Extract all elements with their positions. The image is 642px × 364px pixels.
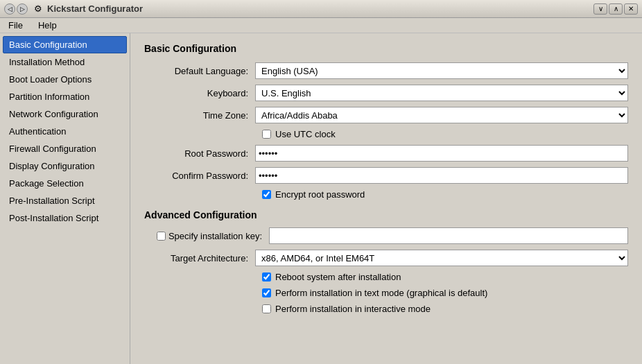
basic-config-title: Basic Configuration bbox=[144, 43, 628, 54]
sidebar-item-basic-configuration[interactable]: Basic Configuration bbox=[3, 36, 127, 53]
specify-key-row: Specify installation key: bbox=[144, 227, 628, 244]
sidebar-item-installation-method[interactable]: Installation Method bbox=[3, 53, 127, 71]
keyboard-control[interactable]: U.S. English French German Spanish bbox=[255, 85, 628, 101]
target-architecture-control[interactable]: x86, AMD64, or Intel EM64T x86 AMD64 IA-… bbox=[255, 250, 628, 266]
menubar: File Help bbox=[0, 18, 642, 33]
sidebar-item-post-installation-script[interactable]: Post-Installation Script bbox=[3, 209, 127, 227]
window-controls[interactable]: ∨ ∧ ✕ bbox=[593, 3, 638, 15]
perform-text-mode-label: Perform installation in text mode (graph… bbox=[275, 288, 487, 298]
default-language-select[interactable]: English (USA) French German Spanish Japa… bbox=[255, 62, 628, 79]
reboot-system-checkbox[interactable] bbox=[262, 272, 271, 281]
sidebar: Basic Configuration Installation Method … bbox=[0, 33, 130, 364]
keyboard-select[interactable]: U.S. English French German Spanish bbox=[255, 85, 628, 101]
perform-text-mode-row: Perform installation in text mode (graph… bbox=[144, 288, 628, 298]
nav-forward-button[interactable]: ▷ bbox=[17, 3, 28, 15]
perform-interactive-label: Perform installation in interactive mode bbox=[275, 304, 431, 314]
main-layout: Basic Configuration Installation Method … bbox=[0, 33, 642, 364]
sidebar-item-network-configuration[interactable]: Network Configuration bbox=[3, 105, 127, 123]
reboot-system-label: Reboot system after installation bbox=[275, 272, 401, 282]
advanced-config-title: Advanced Configuration bbox=[144, 209, 628, 220]
root-password-control[interactable] bbox=[255, 145, 628, 162]
default-language-row: Default Language: English (USA) French G… bbox=[144, 62, 628, 79]
app-icon: ⚙ bbox=[32, 3, 44, 15]
confirm-password-label: Confirm Password: bbox=[144, 171, 255, 181]
sidebar-item-boot-loader-options[interactable]: Boot Loader Options bbox=[3, 71, 127, 88]
window-title: Kickstart Configurator bbox=[47, 3, 593, 14]
sidebar-item-pre-installation-script[interactable]: Pre-Installation Script bbox=[3, 192, 127, 209]
specify-installation-key-label: Specify installation key: bbox=[168, 231, 262, 241]
specify-installation-key-checkbox[interactable] bbox=[157, 232, 166, 241]
sidebar-item-partition-information[interactable]: Partition Information bbox=[3, 88, 127, 105]
timezone-label: Time Zone: bbox=[144, 110, 255, 121]
content-area: Basic Configuration Default Language: En… bbox=[130, 33, 642, 364]
target-architecture-label: Target Architecture: bbox=[144, 253, 255, 263]
timezone-select[interactable]: Africa/Addis Ababa America/New_York Euro… bbox=[255, 107, 628, 123]
use-utc-clock-checkbox[interactable] bbox=[262, 130, 271, 139]
sidebar-item-authentication[interactable]: Authentication bbox=[3, 123, 127, 140]
perform-interactive-checkbox[interactable] bbox=[262, 304, 271, 313]
root-password-row: Root Password: bbox=[144, 145, 628, 162]
default-language-control[interactable]: English (USA) French German Spanish Japa… bbox=[255, 62, 628, 79]
menu-file[interactable]: File bbox=[4, 19, 27, 32]
confirm-password-control[interactable] bbox=[255, 167, 628, 184]
keyboard-label: Keyboard: bbox=[144, 88, 255, 98]
sidebar-item-firewall-configuration[interactable]: Firewall Configuration bbox=[3, 140, 127, 157]
encrypt-root-password-label: Encrypt root password bbox=[275, 189, 365, 200]
target-architecture-select[interactable]: x86, AMD64, or Intel EM64T x86 AMD64 IA-… bbox=[255, 250, 628, 266]
keyboard-row: Keyboard: U.S. English French German Spa… bbox=[144, 85, 628, 101]
maximize-button[interactable]: ∧ bbox=[609, 3, 623, 15]
nav-back-button[interactable]: ◁ bbox=[4, 3, 15, 15]
menu-help[interactable]: Help bbox=[34, 19, 61, 32]
target-architecture-row: Target Architecture: x86, AMD64, or Inte… bbox=[144, 250, 628, 266]
use-utc-clock-row: Use UTC clock bbox=[144, 129, 628, 139]
root-password-label: Root Password: bbox=[144, 148, 255, 159]
titlebar-nav-controls[interactable]: ◁ ▷ bbox=[4, 3, 28, 15]
specify-installation-key-input[interactable] bbox=[269, 227, 628, 244]
default-language-label: Default Language: bbox=[144, 66, 255, 76]
timezone-control[interactable]: Africa/Addis Ababa America/New_York Euro… bbox=[255, 107, 628, 123]
perform-interactive-row: Perform installation in interactive mode bbox=[144, 304, 628, 314]
close-button[interactable]: ✕ bbox=[624, 3, 638, 15]
reboot-system-row: Reboot system after installation bbox=[144, 272, 628, 282]
root-password-input[interactable] bbox=[255, 145, 628, 162]
sidebar-item-display-configuration[interactable]: Display Configuration bbox=[3, 157, 127, 175]
use-utc-clock-label: Use UTC clock bbox=[275, 129, 336, 139]
timezone-row: Time Zone: Africa/Addis Ababa America/Ne… bbox=[144, 107, 628, 123]
confirm-password-input[interactable] bbox=[255, 167, 628, 184]
sidebar-item-package-selection[interactable]: Package Selection bbox=[3, 175, 127, 192]
encrypt-root-password-checkbox[interactable] bbox=[262, 190, 271, 199]
confirm-password-row: Confirm Password: bbox=[144, 167, 628, 184]
minimize-button[interactable]: ∨ bbox=[593, 3, 607, 15]
titlebar: ◁ ▷ ⚙ Kickstart Configurator ∨ ∧ ✕ bbox=[0, 0, 642, 18]
encrypt-root-password-row: Encrypt root password bbox=[144, 189, 628, 200]
perform-text-mode-checkbox[interactable] bbox=[262, 288, 271, 297]
